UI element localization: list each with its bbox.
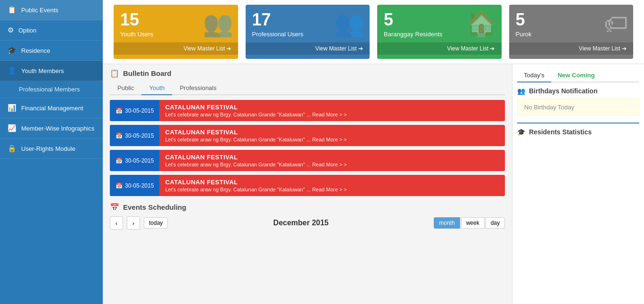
sidebar-label-residence: Residence <box>21 47 50 54</box>
bulletin-item-0: 📅 30-05-2015 CATALUNAN FESTIVAL Let's ce… <box>110 100 505 121</box>
bulletin-icon: 📋 <box>110 69 119 78</box>
main-content: 15 Youth Users 👥 View Master List ➔ 17 P… <box>103 0 644 304</box>
tab-professionals[interactable]: Professionals <box>172 82 224 95</box>
residents-icon: 🎓 <box>517 128 525 136</box>
stat-card-purok: 5 Purok 🏷 View Master List ➔ <box>509 5 634 59</box>
calendar-icon-3: 📅 <box>116 182 123 189</box>
bulletin-date-1: 📅 30-05-2015 <box>110 125 159 146</box>
stat-card-baranggay: 5 Baranggay Residents 🏠 View Master List… <box>377 5 502 59</box>
no-birthday-box: No Birthday Today <box>517 99 639 116</box>
sidebar-label-professional-members: Professional Members <box>19 86 80 93</box>
events-title: Events Scheduling <box>123 203 186 211</box>
calendar-icon-1: 📅 <box>116 132 123 139</box>
sidebar-item-user-rights[interactable]: 🔒 User-Rights Module <box>0 139 103 159</box>
cal-view-month[interactable]: month <box>434 217 460 229</box>
bulletin-content-2: CATALUNAN FESTIVAL Let's celebrate araw … <box>159 150 505 171</box>
content-area: 📋 Bulletin Board Public Youth Profession… <box>103 64 644 304</box>
stats-row: 15 Youth Users 👥 View Master List ➔ 17 P… <box>103 0 644 64</box>
bulletin-desc-0: Let's celebrate araw ng Brgy. Catalunan … <box>165 112 499 117</box>
bulletin-desc-2: Let's celebrate araw ng Brgy. Catalunan … <box>165 162 499 167</box>
sidebar-item-residence[interactable]: 🎓 Residence <box>0 41 103 61</box>
stat-card-professional: 17 Professional Users 👥 View Master List… <box>246 5 370 59</box>
bulletin-header: 📋 Bulletin Board <box>110 69 505 78</box>
professional-view-master[interactable]: View Master List ➔ <box>246 42 370 55</box>
sidebar-item-youth-members[interactable]: 👤 Youth Members <box>0 61 103 81</box>
financial-icon: 📊 <box>8 104 17 112</box>
bulletin-title-3: CATALUNAN FESTIVAL <box>165 179 499 186</box>
sidebar-item-option[interactable]: ⚙ Option <box>0 20 103 41</box>
birthday-icon: 👥 <box>517 87 525 95</box>
right-tab-new-coming[interactable]: New Coming <box>551 69 602 82</box>
bulletin-items-list: 📅 30-05-2015 CATALUNAN FESTIVAL Let's ce… <box>110 100 505 196</box>
sidebar-item-professional-members[interactable]: Professional Members <box>0 81 103 98</box>
bulletin-date-0: 📅 30-05-2015 <box>110 100 159 121</box>
tab-public[interactable]: Public <box>110 82 141 95</box>
public-events-icon: 📋 <box>8 6 17 14</box>
sidebar: 📋 Public Events ⚙ Option 🎓 Residence 👤 Y… <box>0 0 103 304</box>
bulletin-content-0: CATALUNAN FESTIVAL Let's celebrate araw … <box>159 100 505 121</box>
sidebar-label-user-rights: User-Rights Module <box>21 145 75 152</box>
right-tab-todays[interactable]: Today's <box>517 69 551 82</box>
cal-view-day[interactable]: day <box>486 217 505 229</box>
youth-view-master[interactable]: View Master List ➔ <box>114 42 238 55</box>
sidebar-label-infographics: Member-Wise Infographics <box>21 125 94 132</box>
cal-month-label: December 2015 <box>172 219 430 227</box>
professional-icon: 👥 <box>334 9 365 38</box>
cal-today-btn[interactable]: today <box>144 217 168 229</box>
calendar-controls: ‹ › today December 2015 month week day <box>110 216 505 230</box>
calendar-icon-2: 📅 <box>116 157 123 164</box>
bulletin-title-2: CATALUNAN FESTIVAL <box>165 154 499 161</box>
sidebar-item-financial-management[interactable]: 📊 Financial Management <box>0 98 103 118</box>
youth-members-icon: 👤 <box>8 66 17 75</box>
cal-next-btn[interactable]: › <box>127 216 140 230</box>
bulletin-date-2: 📅 30-05-2015 <box>110 150 159 171</box>
bulletin-item-3: 📅 30-05-2015 CATALUNAN FESTIVAL Let's ce… <box>110 175 505 196</box>
purok-icon: 🏷 <box>604 9 628 38</box>
cal-view-buttons: month week day <box>434 217 505 229</box>
center-panel: 📋 Bulletin Board Public Youth Profession… <box>103 64 512 304</box>
residence-icon: 🎓 <box>8 46 17 55</box>
right-tabs: Today's New Coming <box>517 69 639 82</box>
bulletin-tabs: Public Youth Professionals <box>110 82 505 95</box>
bulletin-item-1: 📅 30-05-2015 CATALUNAN FESTIVAL Let's ce… <box>110 125 505 146</box>
bulletin-date-3: 📅 30-05-2015 <box>110 175 159 196</box>
birthday-section-title: 👥 Birthdays Notification <box>517 87 639 95</box>
bulletin-content-3: CATALUNAN FESTIVAL Let's celebrate araw … <box>159 175 505 196</box>
bulletin-content-1: CATALUNAN FESTIVAL Let's celebrate araw … <box>159 125 505 146</box>
right-panel: Today's New Coming 👥 Birthdays Notificat… <box>512 64 644 304</box>
sidebar-label-option: Option <box>18 27 36 34</box>
stat-card-youth: 15 Youth Users 👥 View Master List ➔ <box>114 5 238 59</box>
baranggay-icon: 🏠 <box>466 9 497 38</box>
events-icon: 📅 <box>110 203 119 212</box>
sidebar-item-public-events[interactable]: 📋 Public Events <box>0 0 103 20</box>
baranggay-view-master[interactable]: View Master List ➔ <box>377 42 502 55</box>
bulletin-board-section: 📋 Bulletin Board Public Youth Profession… <box>110 69 505 196</box>
infographics-icon: 📈 <box>8 124 17 132</box>
bulletin-desc-1: Let's celebrate araw ng Brgy. Catalunan … <box>165 137 499 142</box>
bulletin-title-1: CATALUNAN FESTIVAL <box>165 129 499 136</box>
events-section: 📅 Events Scheduling ‹ › today December 2… <box>110 203 505 230</box>
sidebar-label-financial: Financial Management <box>21 105 83 112</box>
youth-icon: 👥 <box>203 9 233 38</box>
sidebar-label-public-events: Public Events <box>21 7 58 14</box>
tab-youth[interactable]: Youth <box>141 82 172 95</box>
sidebar-item-member-infographics[interactable]: 📈 Member-Wise Infographics <box>0 118 103 139</box>
residents-stats-section: 🎓 Residents Statistics <box>517 123 639 136</box>
cal-prev-btn[interactable]: ‹ <box>110 216 123 230</box>
option-icon: ⚙ <box>8 26 14 34</box>
cal-view-week[interactable]: week <box>461 217 485 229</box>
bulletin-desc-3: Let's celebrate araw ng Brgy. Catalunan … <box>165 187 499 192</box>
sidebar-label-youth-members: Youth Members <box>21 67 64 74</box>
bulletin-title: Bulletin Board <box>123 69 172 77</box>
purok-view-master[interactable]: View Master List ➔ <box>509 42 634 55</box>
calendar-icon-0: 📅 <box>116 107 123 114</box>
events-header: 📅 Events Scheduling <box>110 203 505 212</box>
bulletin-item-2: 📅 30-05-2015 CATALUNAN FESTIVAL Let's ce… <box>110 150 505 171</box>
bulletin-title-0: CATALUNAN FESTIVAL <box>165 104 499 111</box>
user-rights-icon: 🔒 <box>8 144 17 153</box>
